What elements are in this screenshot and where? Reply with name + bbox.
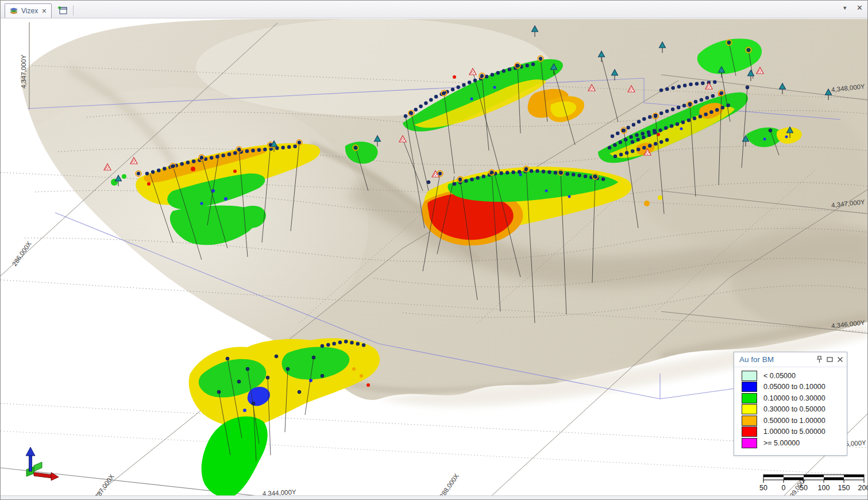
scale-tick-label: 100 xyxy=(818,484,830,492)
legend-item: < 0.05000 xyxy=(742,370,847,382)
legend-label: < 0.05000 xyxy=(763,372,796,380)
legend-items: < 0.05000 0.05000 to 0.10000 0.10000 to … xyxy=(734,367,847,449)
close-icon[interactable] xyxy=(837,356,843,363)
axis-label-y-left: 4,347,000Y xyxy=(20,55,27,89)
axis-label-x-bottom-1: 287,000X xyxy=(94,473,115,496)
application-window: Vizex ✕ ▼ ✕ xyxy=(0,0,868,500)
tab-bar: Vizex ✕ ▼ ✕ xyxy=(1,1,867,18)
tab-vizex[interactable]: Vizex ✕ xyxy=(5,3,52,18)
legend-item: >= 5.00000 xyxy=(742,437,847,449)
legend-item: 0.50000 to 1.00000 xyxy=(742,415,847,426)
legend-item: 1.00000 to 5.00000 xyxy=(742,426,847,438)
maximize-icon[interactable] xyxy=(827,356,833,363)
axis-label-x-bottom-2: 288,000X xyxy=(438,472,460,496)
legend-item: 0.05000 to 0.10000 xyxy=(742,382,847,393)
new-vizex-tab-button[interactable] xyxy=(56,5,70,16)
scale-bar: 50 0 50 100 150 200 xyxy=(759,475,867,492)
legend-swatch xyxy=(742,393,757,403)
new-vizex-tab-icon xyxy=(57,6,68,15)
axis-label-x-left: 286,000X xyxy=(11,240,33,267)
legend-swatch xyxy=(742,416,757,426)
legend-panel[interactable]: Au for BM < 0.05000 0.05000 to 0.1 xyxy=(734,352,847,456)
legend-swatch xyxy=(742,404,757,414)
block-model-bottom xyxy=(189,338,380,496)
scale-tick-label: 200 xyxy=(858,484,867,492)
legend-label: 0.50000 to 1.00000 xyxy=(763,417,825,425)
legend-swatch xyxy=(742,438,757,448)
scale-tick-label: 50 xyxy=(800,484,808,492)
legend-swatch xyxy=(742,426,757,437)
scale-tick-label: 150 xyxy=(838,484,850,492)
scale-tick-label: 50 xyxy=(759,484,767,492)
legend-label: 0.05000 to 0.10000 xyxy=(763,383,825,391)
legend-titlebar[interactable]: Au for BM xyxy=(734,352,847,367)
legend-swatch xyxy=(742,382,757,392)
xyz-axes-icon xyxy=(26,447,59,480)
legend-label: >= 5.00000 xyxy=(763,439,800,447)
window-bottom-strip xyxy=(1,495,867,499)
legend-item: 0.30000 to 0.50000 xyxy=(742,404,847,416)
scale-tick-label: 0 xyxy=(782,484,786,492)
legend-title: Au for BM xyxy=(739,355,816,364)
legend-label: 0.10000 to 0.30000 xyxy=(763,394,825,402)
tab-label: Vizex xyxy=(21,7,38,15)
layers-icon xyxy=(9,7,18,15)
close-icon[interactable]: ✕ xyxy=(857,4,863,11)
tab-close-icon[interactable]: ✕ xyxy=(41,8,47,14)
tab-separator xyxy=(73,5,74,16)
pin-icon[interactable] xyxy=(816,356,823,363)
legend-swatch xyxy=(742,371,757,381)
legend-label: 1.00000 to 5.00000 xyxy=(763,428,825,436)
chevron-down-icon[interactable]: ▼ xyxy=(842,5,847,11)
legend-item: 0.10000 to 0.30000 xyxy=(742,393,847,404)
legend-label: 0.30000 to 0.50000 xyxy=(763,405,825,413)
